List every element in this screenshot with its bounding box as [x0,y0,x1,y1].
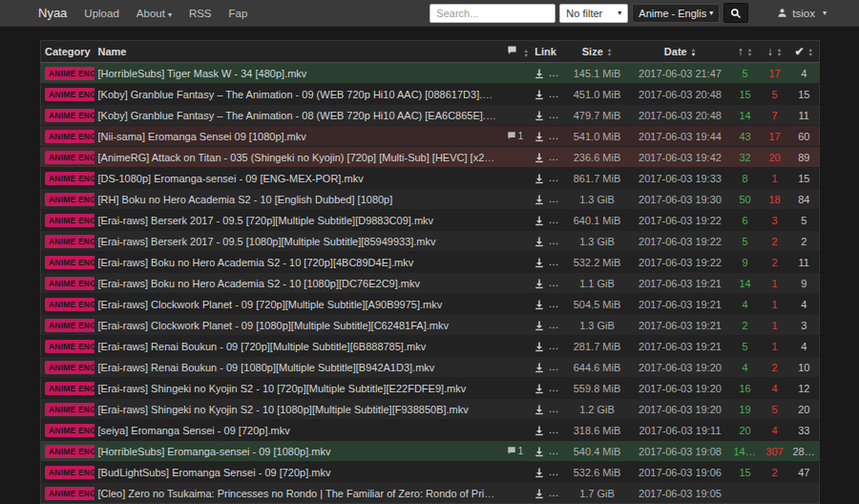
completed-cell: 3 [789,315,820,336]
category-badge[interactable]: ANIME ENG [45,256,94,269]
search-button[interactable] [723,3,748,23]
size-cell: 1.2 GiB [564,399,631,420]
category-badge[interactable]: ANIME ENG [45,172,94,185]
download-icon[interactable] [534,131,545,142]
search-input[interactable] [430,4,555,23]
download-icon[interactable] [534,446,545,457]
date-cell: 2017-06-03 21:47 [631,63,730,84]
check-icon: ✔ [794,45,804,58]
download-icon[interactable] [534,173,545,184]
download-icon[interactable] [534,320,545,331]
download-icon[interactable] [534,383,545,394]
category-badge[interactable]: ANIME ENG [45,151,94,164]
nav-item-rss[interactable]: RSS [189,8,212,19]
download-icon[interactable] [534,362,545,373]
category-badge[interactable]: ANIME ENG [45,130,94,143]
seeders-cell: 5 [730,336,761,357]
torrent-name-link[interactable]: [Erai-raws] Clockwork Planet - 09 [720p]… [98,299,443,310]
table-row: ANIME ENG [Nii-sama] Eromanga Sensei 09 … [41,126,820,147]
header-completed[interactable]: ✔▲▼ [789,41,820,63]
category-badge[interactable]: ANIME ENG [45,382,94,395]
download-icon[interactable] [534,488,545,499]
download-icon[interactable] [534,236,545,247]
category-badge[interactable]: ANIME ENG [45,319,94,332]
category-badge[interactable]: ANIME ENG [45,340,94,353]
category-badge[interactable]: ANIME ENG [45,487,94,500]
category-select[interactable]: Anime - Englis ▾ [632,4,720,23]
download-icon[interactable] [534,110,545,121]
torrent-name-link[interactable]: [HorribleSubs] Tiger Mask W - 34 [480p].… [98,68,307,79]
torrent-name-link[interactable]: [Nii-sama] Eromanga Sensei 09 [1080p].mk… [98,131,306,142]
completed-cell: 20 [789,399,820,420]
category-badge[interactable]: ANIME ENG [45,235,94,248]
torrent-name-link[interactable]: [Erai-raws] Shingeki no Kyojin S2 - 10 [… [98,383,467,394]
download-icon[interactable] [534,89,545,100]
header-leechers[interactable]: ↓▲▼ [761,41,789,63]
torrent-name-link[interactable]: [HorribleSubs] Eromanga-sensei - 09 [108… [98,446,331,457]
nav-item-fap[interactable]: Fap [229,8,248,19]
category-badge[interactable]: ANIME ENG [45,67,94,80]
torrent-name-link[interactable]: [RH] Boku no Hero Academia S2 - 10 [Engl… [98,194,393,205]
brand-link[interactable]: Nyaa [38,6,67,20]
torrent-name-link[interactable]: [Erai-raws] Renai Boukun - 09 [720p][Mul… [98,341,427,352]
download-icon[interactable] [534,341,545,352]
download-icon[interactable] [534,68,545,79]
category-badge[interactable]: ANIME ENG [45,361,94,374]
category-badge[interactable]: ANIME ENG [45,445,94,458]
download-icon[interactable] [534,404,545,415]
nav-item-about[interactable]: About▾ [136,8,172,19]
header-size[interactable]: Size▲▼ [564,41,631,63]
torrent-name-link[interactable]: [seiya] Eromanga Sensei - 09 [720p].mkv [98,425,290,436]
torrent-name-link[interactable]: [DS-1080p] Eromanga-sensei - 09 [ENG-MEX… [98,173,364,184]
seeders-cell: 5 [730,231,761,252]
torrent-name-link[interactable]: [Erai-raws] Boku no Hero Academia S2 - 1… [98,257,414,268]
category-badge[interactable]: ANIME ENG [45,109,94,122]
category-badge[interactable]: ANIME ENG [45,403,94,416]
download-icon[interactable] [534,299,545,310]
torrent-name-link[interactable]: [AnimeRG] Attack on Titan - 035 (Shingek… [98,152,503,163]
category-badge[interactable]: ANIME ENG [45,214,94,227]
navbar: Nyaa Upload About▾ RSS Fap No filter ▾ A… [0,0,859,27]
torrent-name-link[interactable]: [Koby] Granblue Fantasy – The Animation … [98,89,502,100]
category-badge[interactable]: ANIME ENG [45,298,94,311]
nav-item-upload[interactable]: Upload [84,8,118,19]
torrent-name-link[interactable]: [Erai-raws] Renai Boukun - 09 [1080p][Mu… [98,362,435,373]
download-icon[interactable] [534,152,545,163]
torrent-name-link[interactable]: [Erai-raws] Shingeki no Kyojin S2 - 10 [… [98,404,469,415]
table-row: ANIME ENG [Erai-raws] Shingeki no Kyojin… [41,378,820,399]
user-menu[interactable]: tsiox ▾ [777,8,827,19]
size-cell: 451.0 MiB [564,84,631,105]
size-cell: 145.1 MiB [564,63,631,84]
download-icon[interactable] [534,215,545,226]
torrent-name-link[interactable]: [Erai-raws] Clockwork Planet - 09 [1080p… [98,320,449,331]
sort-icon: ▲▼ [747,48,752,57]
completed-cell: 47 [789,462,820,483]
download-icon[interactable] [534,425,545,436]
download-icon[interactable] [534,194,545,205]
completed-cell [789,483,820,504]
torrent-name-link[interactable]: [Cleo] Zero no Tsukaima: Princesses no R… [98,488,503,499]
leechers-cell: 4 [761,420,789,441]
torrent-name-link[interactable]: [Erai-raws] Berserk 2017 - 09.5 [1080p][… [98,236,436,247]
torrent-name-link[interactable]: [Koby] Granblue Fantasy – The Animation … [98,110,503,121]
torrent-name-link[interactable]: [Erai-raws] Boku no Hero Academia S2 - 1… [98,278,421,289]
category-badge[interactable]: ANIME ENG [45,466,94,479]
category-badge[interactable]: ANIME ENG [45,88,94,101]
download-icon[interactable] [534,467,545,478]
header-date[interactable]: Date▲▼ [631,41,730,63]
download-icon[interactable] [534,257,545,268]
category-badge[interactable]: ANIME ENG [45,193,94,206]
header-comments[interactable]: ▲▼ [503,41,528,63]
torrent-name-link[interactable]: [BudLightSubs] Eromanga Sensei - 09 [720… [98,467,331,478]
filter-select[interactable]: No filter ▾ [559,4,628,23]
category-badge[interactable]: ANIME ENG [45,277,94,290]
comments-link[interactable]: 1 [507,130,524,141]
download-icon[interactable] [534,278,545,289]
user-icon [777,8,787,18]
leechers-cell: 7 [761,105,789,126]
comment-icon [507,46,520,57]
comments-link[interactable]: 1 [507,445,524,456]
category-badge[interactable]: ANIME ENG [45,424,94,437]
header-seeders[interactable]: ↑▲▼ [730,41,761,63]
torrent-name-link[interactable]: [Erai-raws] Berserk 2017 - 09.5 [720p][M… [98,215,434,226]
